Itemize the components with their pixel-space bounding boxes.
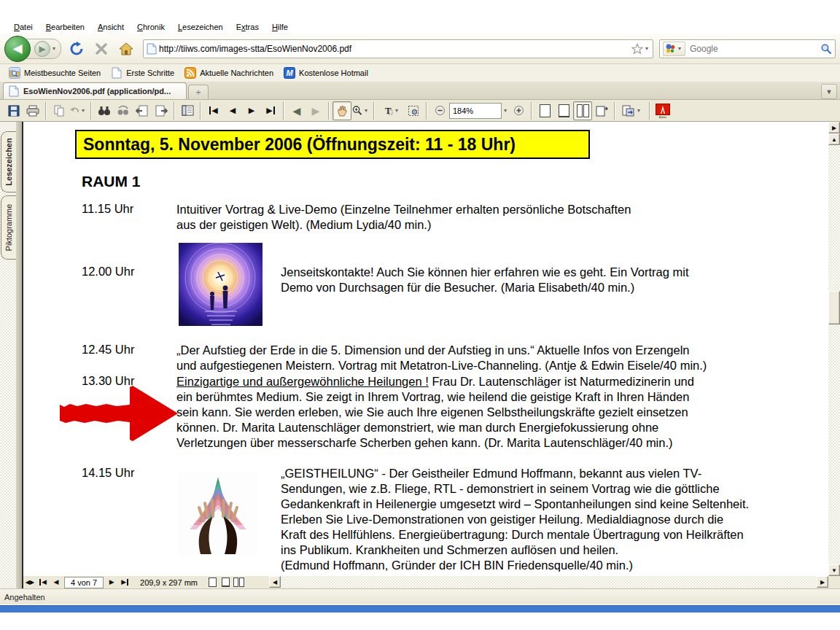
menu-chronik[interactable]: Chronik	[131, 21, 171, 33]
first-page-button[interactable]: ◀	[204, 101, 223, 120]
single-page-layout-button[interactable]	[535, 101, 554, 120]
pane-expand-button[interactable]: ▶	[828, 122, 840, 133]
last-page-button[interactable]: ▶	[118, 577, 131, 588]
bookmark-star-icon[interactable]	[631, 43, 643, 55]
next-result-button[interactable]	[152, 101, 171, 120]
zoom-tool-dropdown-arrow[interactable]: ▾	[362, 107, 370, 114]
undo-button[interactable]: ▾	[69, 101, 88, 120]
convert-page-button[interactable]: ▾	[618, 101, 646, 120]
history-dropdown-arrow[interactable]: ▾	[50, 45, 58, 52]
previous-view-button[interactable]: ◀	[287, 101, 306, 120]
continuous-page-icon	[559, 104, 569, 117]
scroll-left-button[interactable]: ◀	[269, 576, 281, 588]
entry-text-line: können. Dr. Marita Lautenschläger demons…	[176, 420, 694, 435]
menu-bearbeiten[interactable]: Bearbeiten	[39, 21, 91, 33]
horizontal-scrollbar[interactable]: ◀ ▶	[269, 576, 828, 588]
bookmark-aktuelle-nachrichten[interactable]: Aktuelle Nachrichten	[180, 66, 278, 80]
sidebar-tab-lesezeichen[interactable]: Lesezeichen	[1, 131, 16, 192]
status-text: Angehalten	[4, 593, 45, 602]
navigation-panels-button[interactable]	[178, 101, 197, 120]
vertical-scrollbar[interactable]: ▶ ▲ ▼	[828, 122, 840, 588]
undo-dropdown-arrow[interactable]: ▾	[79, 107, 87, 114]
adobe-acrobat-button[interactable]: Adobe	[653, 101, 672, 120]
entry-time: 12.00 Uhr	[82, 265, 134, 279]
new-tab-button[interactable]: ＋	[188, 85, 209, 99]
zoom-out-button[interactable]	[430, 101, 449, 120]
find-button[interactable]	[95, 101, 114, 120]
menu-extras[interactable]: Extras	[230, 21, 265, 33]
reload-button[interactable]	[67, 39, 86, 58]
search-input[interactable]	[688, 43, 820, 55]
zoom-in-magnifier-icon	[352, 105, 362, 116]
zoom-in-button[interactable]	[509, 101, 528, 120]
back-button[interactable]: ◀	[4, 36, 31, 62]
url-input[interactable]	[158, 43, 631, 55]
url-bar[interactable]: ▾	[143, 39, 653, 58]
zoom-tool-button[interactable]: ▾	[351, 101, 370, 120]
menu-ansicht[interactable]: Ansicht	[91, 21, 131, 33]
horizontal-scroll-track[interactable]	[281, 576, 817, 588]
select-tool-dropdown-arrow[interactable]: ▾	[393, 107, 400, 114]
first-page-button[interactable]: ◀	[36, 577, 50, 588]
previous-page-button[interactable]: ◀	[50, 577, 63, 588]
scroll-down-button[interactable]: ▼	[828, 564, 840, 576]
continuous-layout-button[interactable]	[219, 577, 233, 588]
continuous-facing-layout-button[interactable]	[592, 101, 611, 120]
forward-arrow-icon: ▶	[39, 44, 45, 54]
forward-button[interactable]: ▶	[34, 41, 50, 57]
undo-arrow-icon	[69, 106, 79, 116]
toolbar-separator	[614, 102, 615, 120]
browser-status-bar: Angehalten	[0, 588, 840, 604]
tab-esowiennov2006[interactable]: EsoWienNov2006.pdf (application/pd...	[3, 82, 187, 99]
menu-lesezeichen[interactable]: Lesezeichen	[171, 21, 230, 33]
scroll-up-button[interactable]: ▲	[828, 133, 840, 145]
search-again-button[interactable]	[114, 101, 133, 120]
hand-tool-button[interactable]	[332, 101, 351, 120]
sidebar-tab-piktogramme[interactable]: Piktogramme	[1, 195, 16, 260]
navigation-toolbar: ◀ ▶ ▾	[0, 34, 840, 64]
stop-button[interactable]	[92, 39, 111, 58]
next-view-button[interactable]: ▶	[306, 101, 325, 120]
first-page-icon: ◀	[39, 579, 47, 586]
vertical-scroll-track[interactable]	[828, 145, 840, 564]
menu-datei[interactable]: Datei	[7, 21, 39, 33]
copy-button[interactable]	[50, 101, 69, 120]
search-bar[interactable]: ▾	[659, 39, 836, 58]
continuous-layout-button[interactable]	[554, 101, 573, 120]
plus-icon: ＋	[194, 86, 203, 98]
entry-text-line: ins Publikum. Krankheiten und Schmerzen …	[281, 542, 749, 558]
bookmark-kostenlose-hotmail[interactable]: M Kostenlose Hotmail	[279, 66, 373, 80]
single-page-layout-button[interactable]	[206, 577, 219, 588]
toolbar-separator	[328, 102, 330, 120]
zoom-level-dropdown-arrow[interactable]: ▾	[502, 107, 509, 114]
toolbar-separator	[200, 102, 201, 120]
previous-result-button[interactable]	[133, 101, 152, 120]
snapshot-tool-button[interactable]	[404, 101, 423, 120]
page-indicator[interactable]: 4 von 7	[64, 577, 104, 588]
home-button[interactable]	[117, 39, 136, 58]
pane-splitter[interactable]	[16, 122, 23, 588]
url-dropdown-arrow[interactable]: ▾	[643, 45, 650, 52]
bookmark-erste-schritte[interactable]: Erste Schritte	[106, 66, 179, 80]
next-page-button[interactable]: ▶	[242, 101, 261, 120]
search-engine-button[interactable]: ▾	[663, 42, 685, 56]
facing-layout-button[interactable]	[233, 577, 246, 588]
menu-hilfe[interactable]: Hilfe	[265, 21, 295, 33]
entry-text-line: und aufgestiegenen Meistern. Vortrag mit…	[176, 358, 707, 373]
print-button[interactable]	[23, 101, 42, 120]
scroll-right-button[interactable]: ▶	[817, 576, 828, 588]
tab-list-dropdown-button[interactable]: ▼	[821, 84, 837, 99]
convert-dropdown-arrow[interactable]: ▾	[635, 107, 642, 114]
statusbar-splitter-button[interactable]: ◀▶	[23, 577, 36, 588]
search-engine-dropdown-arrow: ▾	[676, 45, 683, 52]
facing-layout-button[interactable]	[573, 101, 592, 120]
save-button[interactable]	[4, 101, 23, 120]
vertical-scroll-thumb[interactable]	[828, 291, 840, 324]
next-page-button[interactable]: ▶	[105, 577, 118, 588]
previous-page-button[interactable]: ◀	[223, 101, 242, 120]
search-magnifier-icon[interactable]	[820, 43, 832, 55]
select-text-tool-button[interactable]: T ▾	[378, 101, 404, 120]
zoom-level-input[interactable]	[449, 103, 502, 119]
last-page-button[interactable]: ▶	[261, 101, 280, 120]
bookmark-meistbesuchte-seiten[interactable]: Meistbesuchte Seiten	[4, 66, 105, 80]
